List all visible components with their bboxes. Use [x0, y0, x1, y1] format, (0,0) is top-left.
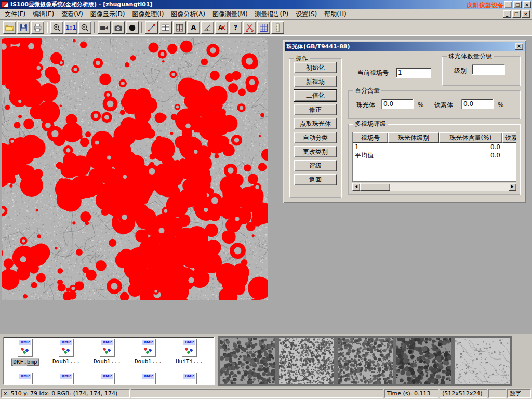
file-item[interactable]: BMP Doubl... [46, 339, 87, 366]
return-button[interactable]: 返回 [294, 174, 337, 185]
mdi-close-button[interactable]: × [522, 10, 530, 18]
menu-help[interactable]: 帮助(H) [321, 9, 350, 20]
table-row[interactable]: 平均值 0.0 [353, 151, 516, 159]
rate-button[interactable]: 评级 [294, 160, 337, 171]
initialize-button[interactable]: 初始化 [294, 62, 337, 73]
zoom-in-icon[interactable] [50, 21, 63, 34]
scroll-right-icon[interactable]: ▶ [509, 183, 516, 191]
file-name[interactable]: Doubl... [51, 358, 81, 365]
thumbnail-image[interactable] [338, 338, 393, 384]
field-grid-icon[interactable] [173, 21, 186, 34]
app-icon [2, 1, 8, 8]
camera-icon[interactable] [112, 21, 125, 34]
thumbnail-image[interactable] [279, 338, 334, 384]
menu-edit[interactable]: 编辑(E) [29, 9, 58, 20]
grading-group-label: 珠光体数量分级 [447, 52, 494, 60]
menu-image-display[interactable]: 图像显示(D) [87, 9, 129, 20]
file-item[interactable]: BMP Doubl... [87, 339, 128, 366]
binarize-button[interactable]: 二值化 [294, 90, 337, 101]
menu-image-analysis[interactable]: 图像分析(A) [167, 9, 209, 20]
mdi-minimize-button[interactable]: _ [503, 10, 511, 18]
pearlite-percent-input[interactable] [381, 99, 414, 109]
scrollbar-track[interactable] [390, 183, 509, 191]
ferrite-percent-input[interactable] [461, 99, 494, 109]
menu-view[interactable]: 查看(V) [58, 9, 87, 20]
maximize-button[interactable]: □ [513, 1, 522, 8]
file-item[interactable]: BMP [46, 373, 87, 385]
correct-button[interactable]: 修正 [294, 104, 337, 115]
capture-target-icon[interactable] [126, 21, 139, 34]
level-input[interactable] [472, 64, 505, 75]
zoom-out-icon[interactable] [78, 21, 91, 34]
dialog-title-bar[interactable]: 珠光体(GB/T9441-88) × [285, 42, 525, 51]
bmp-file-icon: BMP [141, 373, 156, 385]
menu-measure-report[interactable]: 测量报告(P) [251, 9, 292, 20]
scrollbar-thumb[interactable] [360, 183, 390, 191]
file-name[interactable]: Doubl... [92, 358, 122, 365]
bmp-ext-label: BMP [101, 374, 113, 379]
save-icon[interactable] [17, 21, 30, 34]
angle-measure-icon[interactable] [201, 21, 214, 34]
file-name[interactable]: HuiTi... [175, 358, 204, 365]
menu-settings[interactable]: 设置(S) [292, 9, 321, 20]
change-class-button[interactable]: 更改类别 [294, 146, 337, 157]
thumbnail-image[interactable] [455, 338, 510, 384]
file-item[interactable]: BMP DKF.bmp [5, 339, 46, 366]
file-item[interactable]: BMP HuiTi... [169, 339, 210, 366]
pick-pearlite-button[interactable]: 点取珠光体 [294, 118, 337, 129]
new-field-button[interactable]: 新视场 [294, 76, 337, 87]
cut-icon[interactable] [243, 21, 256, 34]
bmp-file-icon: BMP [59, 339, 74, 357]
auto-classify-button[interactable]: 自动分类 [294, 132, 337, 143]
measure-table-icon[interactable] [159, 21, 172, 34]
thumbnail-image[interactable] [220, 338, 275, 384]
text-annotation-icon[interactable]: A [187, 21, 200, 34]
text-delete-icon[interactable]: A [215, 21, 228, 34]
table-hscrollbar[interactable]: ◀ ▶ [352, 183, 516, 191]
status-image-size: (512x512x24) [440, 389, 487, 398]
file-name[interactable]: Doubl... [134, 358, 163, 365]
window-title: IS100显微摄像系统(金相分析版) - [zhuguangti01] [10, 1, 153, 8]
file-item[interactable]: BMP [128, 373, 169, 385]
scroll-left-icon[interactable]: ◀ [352, 183, 360, 191]
bmp-art [143, 347, 153, 354]
file-item[interactable]: BMP Doubl... [128, 339, 169, 366]
file-name[interactable]: DKF.bmp [11, 358, 38, 366]
video-camera-icon[interactable] [98, 21, 111, 34]
print-icon[interactable] [31, 21, 44, 34]
vendor-watermark: 庆阳仪器设备 [467, 1, 504, 10]
bmp-ext-label: BMP [142, 374, 154, 379]
help-icon[interactable]: ? [229, 21, 242, 34]
table-row[interactable]: 1 0.0 [353, 143, 516, 151]
bmp-art [61, 347, 71, 354]
thumbnail-image[interactable] [396, 338, 451, 384]
file-row-clipped: BMP BMP BMP BMP BMP [4, 371, 214, 385]
title-bar[interactable]: IS100显微摄像系统(金相分析版) - [zhuguangti01] 庆阳仪器… [0, 0, 532, 9]
workspace: 珠光体(GB/T9441-88) × 操作 初始化 新视场 二值化 修正 点取珠… [0, 35, 532, 334]
measure-length-icon[interactable] [145, 21, 158, 34]
multi-field-table: 视场号 珠光体级别 珠光体含量(%) 铁素体 1 0.0 平均值 0.0 [352, 132, 516, 182]
file-item[interactable]: BMP [87, 373, 128, 385]
current-field-input[interactable] [396, 68, 431, 78]
file-item[interactable]: BMP [5, 373, 46, 385]
current-field-label: 当前视场号 [357, 68, 389, 78]
file-item[interactable]: BMP [169, 373, 210, 385]
micrograph-image[interactable] [2, 38, 268, 300]
actual-size-icon[interactable]: 1:1 [64, 21, 77, 34]
grid-overlay-icon[interactable] [257, 21, 270, 34]
minimize-button[interactable]: _ [504, 1, 512, 8]
actual-size-label: 1:1 [65, 24, 77, 31]
bmp-ext-label: BMP [19, 374, 31, 379]
bmp-ext-label: BMP [101, 340, 113, 345]
menu-image-process[interactable]: 图像处理(I) [128, 9, 167, 20]
open-folder-icon[interactable] [3, 21, 16, 34]
mdi-restore-button[interactable]: □ [512, 10, 521, 18]
menu-file[interactable]: 文件(F) [1, 9, 29, 20]
ruler-icon[interactable] [271, 21, 284, 34]
menu-image-measure[interactable]: 图像测量(M) [209, 9, 251, 20]
pearlite-percent-sign: % [418, 100, 423, 110]
dialog-close-icon[interactable]: × [515, 43, 523, 50]
close-button[interactable]: × [523, 1, 531, 8]
status-time: Time (s): 0.113 [384, 389, 438, 398]
text-annotation-glyph: A [191, 24, 196, 31]
